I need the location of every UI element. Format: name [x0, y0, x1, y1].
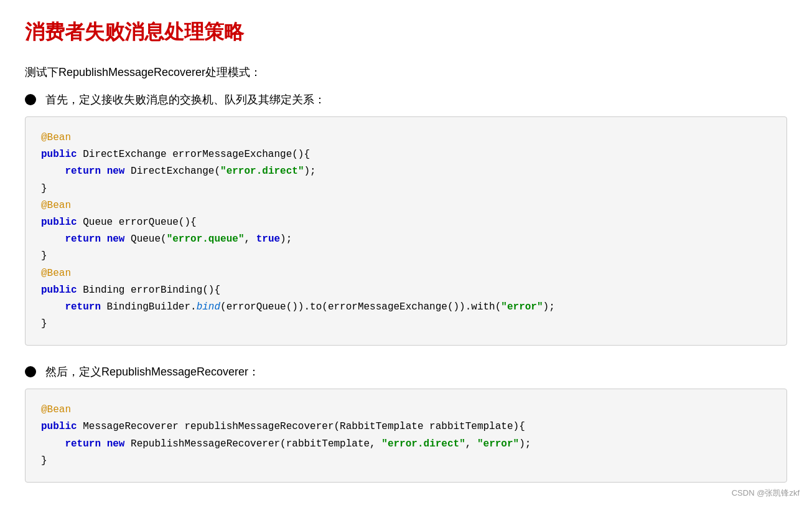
keyword-public-2: public	[41, 217, 77, 228]
string-4: "error.direct"	[381, 438, 465, 450]
bullet-item-2: 然后，定义RepublishMessageRecoverer：	[25, 364, 787, 379]
keyword-public-3: public	[41, 285, 77, 296]
method-bind: bind	[197, 301, 220, 313]
code-normal-8: Binding errorBinding(){	[77, 285, 220, 296]
annotation-2: @Bean	[41, 200, 71, 211]
code-normal-13: RepublishMessageRecoverer(rabbitTemplate…	[124, 438, 381, 450]
bullet-dot-1	[25, 94, 36, 105]
code-normal-6: ,	[244, 234, 256, 245]
code-space-2	[101, 234, 107, 245]
code-normal-7: );	[280, 234, 292, 245]
bullet-text-1: 首先，定义接收失败消息的交换机、队列及其绑定关系：	[45, 92, 325, 107]
code-block-1: @Bean public DirectExchange errorMessage…	[25, 116, 787, 346]
code-normal-9: BindingBuilder.	[101, 301, 197, 313]
code-space-3	[101, 438, 107, 450]
code-normal-15: );	[519, 438, 531, 450]
code-normal-1: DirectExchange errorMessageExchange(){	[77, 149, 310, 160]
code-normal-2: DirectExchange(	[124, 166, 220, 177]
code-normal-10: (errorQueue()).to(errorMessageExchange()…	[220, 301, 501, 313]
keyword-return-1: return	[65, 166, 101, 177]
keyword-public-4: public	[41, 421, 77, 432]
string-5: "error"	[477, 438, 519, 450]
string-1: "error.direct"	[220, 166, 304, 177]
code-normal-3: );	[304, 166, 315, 177]
watermark: CSDN @张凯锋zkf	[732, 488, 800, 499]
code-indent-4	[41, 438, 65, 450]
code-brace-3: }	[41, 318, 47, 329]
bullet-item-1: 首先，定义接收失败消息的交换机、队列及其绑定关系：	[25, 92, 787, 107]
bullet-dot-2	[25, 366, 36, 377]
annotation-4: @Bean	[41, 404, 71, 415]
code-block-2: @Bean public MessageRecoverer republishM…	[25, 389, 787, 483]
keyword-new-2: new	[107, 234, 125, 245]
keyword-return-4: return	[65, 438, 101, 450]
intro-text: 测试下RepublishMessageRecoverer处理模式：	[25, 65, 787, 80]
code-normal-5: Queue(	[124, 234, 166, 245]
keyword-new-3: new	[107, 438, 125, 450]
annotation-1: @Bean	[41, 132, 71, 143]
string-3: "error"	[501, 301, 543, 313]
code-space-1	[101, 166, 107, 177]
section2: 然后，定义RepublishMessageRecoverer： @Bean pu…	[25, 364, 787, 483]
page-title: 消费者失败消息处理策略	[25, 19, 787, 46]
code-indent-3	[41, 301, 65, 313]
code-normal-14: ,	[465, 438, 477, 450]
annotation-3: @Bean	[41, 268, 71, 279]
bullet-text-2: 然后，定义RepublishMessageRecoverer：	[45, 364, 259, 379]
code-brace-4: }	[41, 455, 47, 466]
code-brace-2: }	[41, 250, 47, 262]
keyword-return-3: return	[65, 301, 101, 313]
code-brace-1: }	[41, 183, 47, 194]
keyword-public-1: public	[41, 149, 77, 160]
code-indent-1	[41, 166, 65, 177]
string-2: "error.queue"	[167, 234, 245, 245]
code-normal-4: Queue errorQueue(){	[77, 217, 197, 228]
keyword-true-1: true	[256, 234, 280, 245]
keyword-new-1: new	[107, 166, 125, 177]
code-normal-11: );	[543, 301, 555, 313]
code-normal-12: MessageRecoverer republishMessageRecover…	[77, 421, 525, 432]
code-indent-2	[41, 234, 65, 245]
section1: 首先，定义接收失败消息的交换机、队列及其绑定关系： @Bean public D…	[25, 92, 787, 346]
keyword-return-2: return	[65, 234, 101, 245]
